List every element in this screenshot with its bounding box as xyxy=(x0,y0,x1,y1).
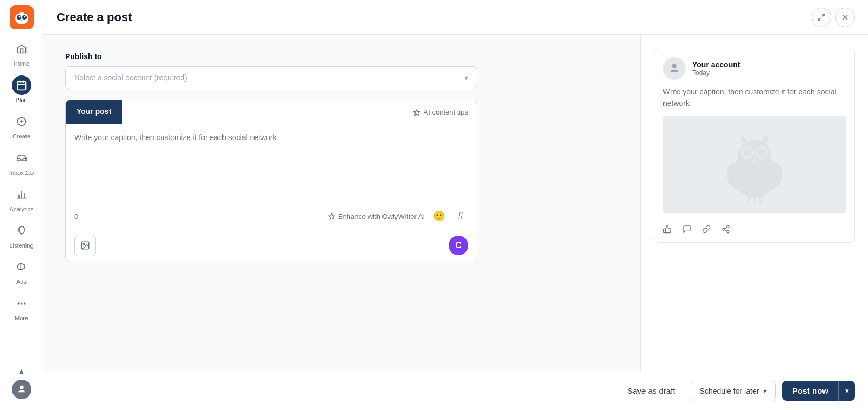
preview-comment-btn[interactable] xyxy=(682,225,691,234)
svg-point-46 xyxy=(723,228,725,230)
post-footer: 0 Enhance with OwlyWriter AI 🙂 # xyxy=(66,203,477,229)
svg-point-47 xyxy=(727,231,729,233)
inbox-icon xyxy=(12,148,31,168)
preview-account-avatar xyxy=(663,57,686,80)
preview-share-btn[interactable] xyxy=(722,225,730,234)
add-media-button[interactable] xyxy=(74,235,96,256)
account-select-dropdown[interactable]: Select a social account (required) ▾ xyxy=(65,66,477,89)
svg-point-35 xyxy=(743,149,751,156)
svg-line-49 xyxy=(725,227,727,229)
chevron-down-icon: ▾ xyxy=(464,73,468,82)
char-count: 0 xyxy=(74,212,78,220)
preview-image xyxy=(663,116,846,213)
right-panel: Your account Today Write your caption, t… xyxy=(640,35,868,371)
sidebar-item-inbox[interactable]: Inbox 2.0 xyxy=(0,144,43,180)
enhance-ai-button[interactable]: Enhance with OwlyWriter AI xyxy=(328,212,425,220)
ellipsis-icon xyxy=(12,294,31,313)
sidebar-item-label: Create xyxy=(12,133,30,140)
svg-point-30 xyxy=(83,243,84,244)
sidebar-item-create[interactable]: Create xyxy=(0,108,43,144)
sidebar-item-label: Home xyxy=(14,60,29,67)
page-title: Create a post xyxy=(56,10,132,24)
emoji-button[interactable]: 🙂 xyxy=(431,209,446,224)
megaphone-icon xyxy=(12,257,31,277)
preview-account-info: Your account Today xyxy=(692,60,740,77)
svg-point-22 xyxy=(17,302,19,304)
sidebar-item-more[interactable]: More xyxy=(0,289,43,326)
sidebar-item-ads[interactable]: Ads xyxy=(0,253,43,289)
svg-point-5 xyxy=(24,16,25,18)
preview-actions xyxy=(663,220,846,234)
svg-line-25 xyxy=(822,14,825,17)
sidebar-item-home[interactable]: Home xyxy=(0,35,43,71)
preview-header: Your account Today xyxy=(663,57,846,80)
sidebar-item-label: More xyxy=(15,315,28,321)
sidebar-item-label: Inbox 2.0 xyxy=(9,169,34,176)
schedule-later-button[interactable]: Schedule for later ▾ xyxy=(691,381,776,401)
publish-to-label: Publish to xyxy=(65,52,618,61)
sidebar-item-label: Plan xyxy=(15,97,27,103)
svg-point-45 xyxy=(727,225,729,228)
close-button[interactable] xyxy=(835,8,855,27)
user-avatar-btn[interactable]: C xyxy=(449,236,468,255)
home-icon xyxy=(12,39,31,59)
post-media-bar: C xyxy=(66,229,477,262)
post-tabs: Your post AI content tips xyxy=(66,100,477,124)
preview-date: Today xyxy=(692,69,740,77)
schedule-chevron-icon: ▾ xyxy=(763,387,767,395)
post-caption-input[interactable] xyxy=(66,124,477,200)
plus-circle-icon xyxy=(12,112,31,131)
svg-line-42 xyxy=(747,197,749,203)
post-editor: Your post AI content tips 0 Enhance with… xyxy=(65,100,477,262)
preview-card: Your account Today Write your caption, t… xyxy=(654,48,855,243)
bottom-bar: Save as draft Schedule for later ▾ Post … xyxy=(43,371,868,410)
sidebar-collapse-btn[interactable]: ▲ xyxy=(18,367,25,375)
sidebar-item-label: Analytics xyxy=(9,206,33,212)
svg-line-44 xyxy=(759,197,761,203)
minimize-button[interactable] xyxy=(812,8,831,27)
content-area: Publish to Select a social account (requ… xyxy=(43,35,868,371)
post-footer-right: Enhance with OwlyWriter AI 🙂 # xyxy=(328,209,468,224)
preview-like-btn[interactable] xyxy=(663,225,672,234)
header: Create a post xyxy=(43,0,868,35)
svg-point-24 xyxy=(24,302,25,304)
bar-chart-icon xyxy=(12,185,31,204)
main-content: Create a post Publish to Select a social… xyxy=(43,0,868,410)
sidebar-item-label: Listening xyxy=(9,242,33,249)
ai-content-tips-button[interactable]: AI content tips xyxy=(404,104,477,121)
user-avatar-sidebar[interactable] xyxy=(12,380,31,399)
sidebar: Home Plan Create Inbox 2.0 Analytics Lis… xyxy=(0,0,43,410)
preview-link-btn[interactable] xyxy=(702,225,711,234)
sidebar-bottom: ▲ xyxy=(12,367,31,405)
sidebar-item-listening[interactable]: Listening xyxy=(0,217,43,253)
sidebar-item-plan[interactable]: Plan xyxy=(0,71,43,108)
svg-marker-39 xyxy=(762,135,769,142)
svg-rect-9 xyxy=(17,81,25,90)
svg-marker-38 xyxy=(740,135,747,142)
save-draft-button[interactable]: Save as draft xyxy=(618,381,684,401)
preview-caption: Write your caption, then customize it fo… xyxy=(663,86,846,109)
calendar-icon xyxy=(12,75,31,95)
tab-your-post[interactable]: Your post xyxy=(66,100,122,124)
svg-point-4 xyxy=(18,16,20,18)
post-now-button[interactable]: Post now ▾ xyxy=(782,381,855,401)
post-now-chevron-icon[interactable]: ▾ xyxy=(839,382,855,400)
sidebar-item-label: Ads xyxy=(16,279,27,285)
svg-point-36 xyxy=(758,149,765,156)
left-panel: Publish to Select a social account (requ… xyxy=(43,35,640,371)
preview-account-name: Your account xyxy=(692,60,740,69)
listening-icon xyxy=(12,221,31,241)
account-select-placeholder: Select a social account (required) xyxy=(74,73,187,82)
header-actions xyxy=(812,8,855,27)
svg-line-48 xyxy=(725,230,727,231)
svg-point-23 xyxy=(21,302,22,304)
sidebar-logo[interactable] xyxy=(10,5,34,31)
post-now-group: Post now ▾ xyxy=(782,381,855,401)
sidebar-item-analytics[interactable]: Analytics xyxy=(0,180,43,217)
hashtag-button[interactable]: # xyxy=(453,209,468,224)
svg-line-26 xyxy=(818,18,821,21)
